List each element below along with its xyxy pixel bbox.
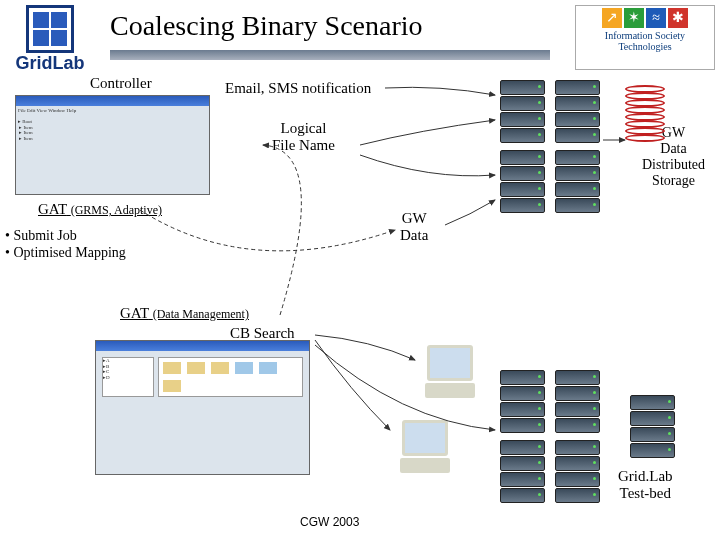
desktop-icon <box>395 420 455 475</box>
gw-data-label: GW Data <box>400 210 428 244</box>
gridlab-text: GridLab <box>5 53 95 74</box>
server-stack <box>500 440 545 500</box>
server-stack <box>500 370 545 430</box>
server-stack <box>555 440 600 500</box>
server-stack <box>630 395 675 455</box>
controller-label: Controller <box>90 75 152 92</box>
server-stack <box>500 150 545 210</box>
workflow-screenshot: ▸A▸B▸C▸D <box>95 340 310 475</box>
title-underline <box>110 50 550 60</box>
submit-job-label: • Submit Job <box>5 228 77 244</box>
logical-file-label: Logical File Name <box>272 120 335 154</box>
footer: CGW 2003 <box>300 515 359 529</box>
gat-grms-label: GAT (GRMS, Adaptive) <box>38 201 162 218</box>
ist-line1: Information Society <box>576 30 714 41</box>
spring-icon <box>625 85 665 155</box>
slide-title: Coalescing Binary Scenario <box>110 10 423 42</box>
controller-screenshot: File Edit View Window Help▸ Root ▸ Item … <box>15 95 210 195</box>
gat-dm-label: GAT (Data Management) <box>120 305 249 322</box>
desktop-icon <box>420 345 480 400</box>
optimised-label: • Optimised Mapping <box>5 245 126 261</box>
server-stack <box>555 80 600 140</box>
ist-logo: ↗✶ ≈✱ Information Society Technologies <box>575 5 715 70</box>
ist-line2: Technologies <box>576 41 714 52</box>
email-sms-label: Email, SMS notification <box>225 80 371 97</box>
testbed-label: Grid.Lab Test-bed <box>618 468 673 502</box>
gridlab-logo: GridLab <box>5 5 95 75</box>
server-stack <box>555 150 600 210</box>
server-stack <box>500 80 545 140</box>
server-stack <box>555 370 600 430</box>
